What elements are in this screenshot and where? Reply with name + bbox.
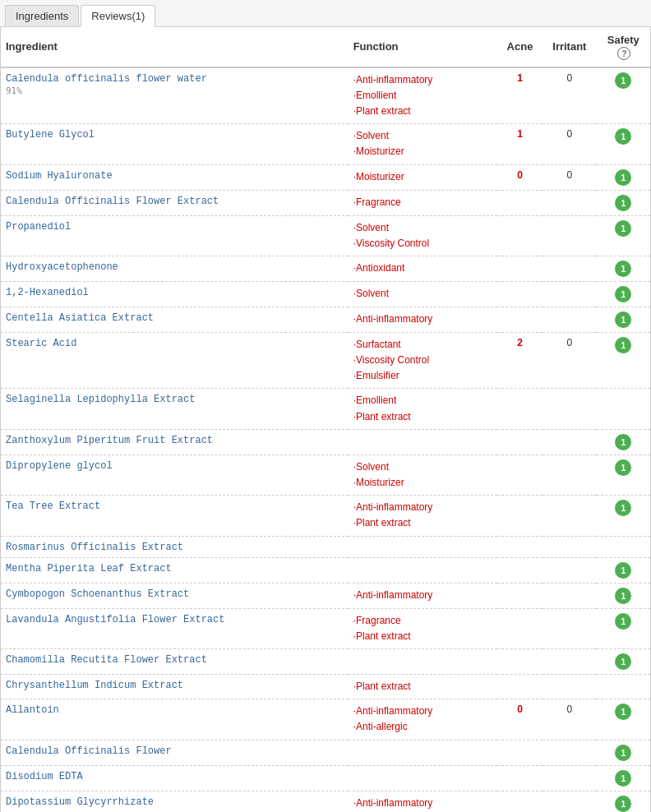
function-item: ·Plant extract xyxy=(353,679,492,694)
ingredient-name[interactable]: Lavandula Angustifolia Flower Extract xyxy=(6,614,224,625)
ingredient-name[interactable]: Chrysanthellum Indicum Extract xyxy=(6,680,183,691)
ingredient-cell: Calendula Officinalis Flower xyxy=(1,740,349,765)
safety-badge: 1 xyxy=(615,500,631,516)
acne-cell: 1 xyxy=(497,67,542,124)
ingredient-cell: Chamomilla Recutita Flower Extract xyxy=(1,648,349,674)
safety-info-icon[interactable]: ? xyxy=(617,47,630,60)
ingredient-cell: Rosmarinus Officinalis Extract xyxy=(1,536,349,557)
table-row: Selaginella Lepidophylla Extract·Emollie… xyxy=(1,389,650,429)
irritant-cell: 0 xyxy=(542,332,596,389)
function-cell: ·Solvent·Moisturizer xyxy=(349,124,497,164)
ingredient-name[interactable]: Sodium Hyaluronate xyxy=(6,170,113,182)
table-row: Calendula Officinalis Flower1 xyxy=(1,740,650,765)
tab-ingredients[interactable]: Ingredients xyxy=(5,5,79,26)
function-list: ·Anti-inflammatory xyxy=(353,311,492,327)
function-cell: ·Anti-inflammatory·Plant extract xyxy=(349,496,497,536)
ingredient-name[interactable]: Propanediol xyxy=(6,221,71,233)
acne-cell xyxy=(497,496,542,536)
irritant-cell xyxy=(542,791,596,812)
function-item: ·Solvent xyxy=(353,220,492,236)
ingredient-name[interactable]: 1,2-Hexanediol xyxy=(6,287,89,298)
function-item: ·Antioxidant xyxy=(353,261,492,276)
function-cell xyxy=(349,648,497,674)
safety-cell: 1 xyxy=(597,608,650,648)
ingredient-name[interactable]: Calendula Officinalis Flower Extract xyxy=(6,196,219,207)
ingredient-name[interactable]: Stearic Acid xyxy=(6,338,76,349)
function-item: ·Solvent xyxy=(353,128,492,144)
safety-cell: 1 xyxy=(597,699,650,740)
safety-badge: 1 xyxy=(615,169,631,186)
function-cell xyxy=(349,740,497,765)
ingredient-cell: Lavandula Angustifolia Flower Extract xyxy=(1,608,349,648)
acne-cell xyxy=(497,583,542,608)
function-cell: ·Surfactant·Viscosity Control·Emulsifier xyxy=(349,332,497,389)
ingredient-name[interactable]: Tea Tree Extract xyxy=(6,501,100,512)
tab-reviews[interactable]: Reviews(1) xyxy=(81,5,155,27)
function-list: ·Moisturizer xyxy=(353,169,492,185)
ingredient-name[interactable]: Butylene Glycol xyxy=(6,129,95,141)
ingredient-cell: Tea Tree Extract xyxy=(1,496,349,536)
irritant-cell: 0 xyxy=(542,164,596,190)
table-row: Chrysanthellum Indicum Extract·Plant ext… xyxy=(1,674,650,699)
function-item: ·Anti-inflammatory xyxy=(353,796,492,811)
acne-cell xyxy=(497,791,542,812)
ingredient-name[interactable]: Zanthoxylum Piperitum Fruit Extract xyxy=(6,435,213,446)
safety-badge: 1 xyxy=(615,337,631,353)
safety-cell: 1 xyxy=(597,190,650,215)
ingredient-name[interactable]: Rosmarinus Officinalis Extract xyxy=(6,542,183,553)
function-item: ·Surfactant xyxy=(353,337,492,353)
function-item: ·Plant extract xyxy=(353,629,492,644)
safety-badge: 1 xyxy=(615,562,631,579)
ingredient-name[interactable]: Disodium EDTA xyxy=(6,771,83,782)
function-cell: ·Solvent·Viscosity Control xyxy=(349,215,497,256)
function-item: ·Fragrance xyxy=(353,613,492,629)
safety-cell: 1 xyxy=(597,124,650,164)
table-row: Stearic Acid·Surfactant·Viscosity Contro… xyxy=(1,332,650,389)
ingredient-name[interactable]: Calendula Officinalis Flower xyxy=(6,745,172,757)
ingredient-cell: Stearic Acid xyxy=(1,332,349,389)
acne-cell xyxy=(497,429,542,454)
ingredient-name[interactable]: Allantoin xyxy=(6,704,59,716)
ingredient-name[interactable]: Centella Asiatica Extract xyxy=(6,312,154,324)
ingredient-cell: Dipotassium Glycyrrhizate xyxy=(1,791,349,812)
ingredient-name[interactable]: Hydroxyacetophenone xyxy=(6,261,118,273)
ingredient-name[interactable]: Cymbopogon Schoenanthus Extract xyxy=(6,588,189,600)
safety-badge: 1 xyxy=(615,704,631,720)
irritant-cell xyxy=(542,674,596,699)
safety-cell xyxy=(597,674,650,699)
function-cell xyxy=(349,536,497,557)
safety-badge: 1 xyxy=(615,195,631,211)
header-safety: Safety ? xyxy=(597,27,650,67)
ingredient-name[interactable]: Selaginella Lepidophylla Extract xyxy=(6,394,195,405)
acne-cell xyxy=(497,557,542,583)
irritant-cell xyxy=(542,307,596,332)
ingredient-cell: Dipropylene glycol xyxy=(1,454,349,495)
ingredient-cell: Disodium EDTA xyxy=(1,765,349,791)
function-list: ·Anti-inflammatory xyxy=(353,588,492,603)
function-cell: ·Anti-inflammatory xyxy=(349,307,497,332)
function-list: ·Anti-inflammatory·Anti-allergic xyxy=(353,796,492,813)
table-row: Chamomilla Recutita Flower Extract1 xyxy=(1,648,650,674)
ingredient-name[interactable]: Dipotassium Glycyrrhizate xyxy=(6,796,154,808)
ingredient-name[interactable]: Dipropylene glycol xyxy=(6,460,113,472)
irritant-cell: 0 xyxy=(542,67,596,124)
acne-cell xyxy=(497,765,542,791)
function-list: ·Solvent·Viscosity Control xyxy=(353,220,492,251)
safety-badge: 1 xyxy=(615,588,631,604)
ingredient-name[interactable]: Calendula officinalis flower water xyxy=(6,73,207,85)
irritant-cell xyxy=(542,608,596,648)
irritant-cell xyxy=(542,215,596,256)
ingredient-name[interactable]: Chamomilla Recutita Flower Extract xyxy=(6,654,207,666)
ingredient-name[interactable]: Mentha Piperita Leaf Extract xyxy=(6,563,172,574)
irritant-cell xyxy=(542,190,596,215)
function-list: ·Anti-inflammatory·Anti-allergic xyxy=(353,704,492,735)
ingredient-cell: Mentha Piperita Leaf Extract xyxy=(1,557,349,583)
function-item: ·Emulsifier xyxy=(353,368,492,384)
ingredient-cell: Calendula officinalis flower water91% xyxy=(1,67,349,124)
table-row: Butylene Glycol·Solvent·Moisturizer101 xyxy=(1,124,650,164)
table-row: Allantoin·Anti-inflammatory·Anti-allergi… xyxy=(1,699,650,740)
ingredient-cell: Zanthoxylum Piperitum Fruit Extract xyxy=(1,429,349,454)
function-item: ·Solvent xyxy=(353,459,492,475)
function-list: ·Plant extract xyxy=(353,679,492,694)
irritant-cell xyxy=(542,429,596,454)
